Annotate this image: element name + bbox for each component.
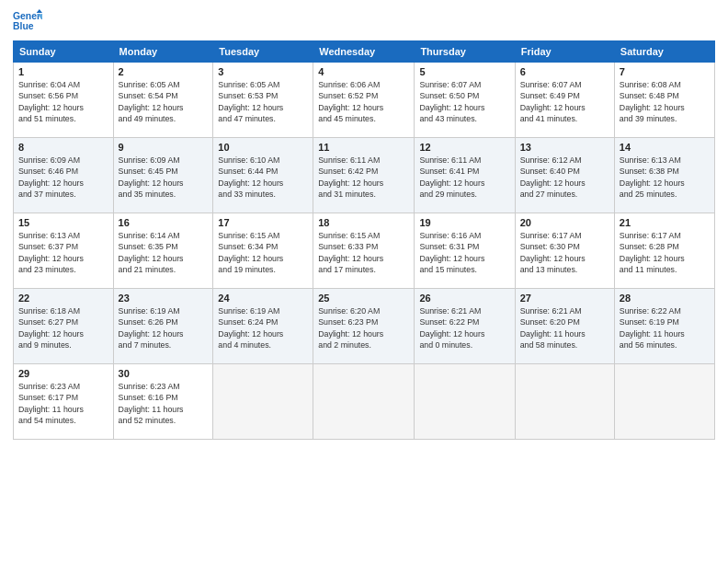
calendar-table: SundayMondayTuesdayWednesdayThursdayFrid… (13, 40, 715, 440)
day-number: 20 (520, 217, 609, 228)
day-number: 22 (18, 293, 108, 304)
day-number: 11 (318, 142, 409, 153)
day-info: Sunrise: 6:17 AMSunset: 6:30 PMDaylight:… (520, 230, 609, 275)
day-info: Sunrise: 6:15 AMSunset: 6:34 PMDaylight:… (218, 230, 308, 275)
day-number: 15 (18, 217, 108, 228)
week-row-1: 1Sunrise: 6:04 AMSunset: 6:56 PMDaylight… (14, 63, 715, 138)
day-cell: 27Sunrise: 6:21 AMSunset: 6:20 PMDayligh… (515, 289, 614, 364)
day-info: Sunrise: 6:23 AMSunset: 6:16 PMDaylight:… (119, 381, 209, 426)
day-info: Sunrise: 6:19 AMSunset: 6:26 PMDaylight:… (119, 305, 209, 350)
svg-text:Blue: Blue (13, 21, 34, 31)
day-cell: 13Sunrise: 6:12 AMSunset: 6:40 PMDayligh… (515, 138, 614, 213)
day-cell: 19Sunrise: 6:16 AMSunset: 6:31 PMDayligh… (415, 213, 515, 289)
day-info: Sunrise: 6:20 AMSunset: 6:23 PMDaylight:… (318, 305, 409, 350)
day-info: Sunrise: 6:19 AMSunset: 6:24 PMDaylight:… (218, 305, 308, 350)
day-number: 14 (620, 142, 710, 153)
week-row-2: 8Sunrise: 6:09 AMSunset: 6:46 PMDaylight… (14, 138, 715, 213)
day-number: 5 (419, 66, 509, 77)
day-cell: 1Sunrise: 6:04 AMSunset: 6:56 PMDaylight… (14, 63, 114, 138)
day-number: 21 (620, 217, 710, 228)
day-info: Sunrise: 6:21 AMSunset: 6:20 PMDaylight:… (520, 305, 609, 350)
day-cell (515, 364, 614, 440)
header-day-monday: Monday (113, 41, 213, 63)
header-day-sunday: Sunday (14, 41, 114, 63)
header-day-wednesday: Wednesday (313, 41, 415, 63)
day-info: Sunrise: 6:09 AMSunset: 6:46 PMDaylight:… (18, 155, 108, 200)
day-cell: 2Sunrise: 6:05 AMSunset: 6:54 PMDaylight… (113, 63, 213, 138)
day-cell: 10Sunrise: 6:10 AMSunset: 6:44 PMDayligh… (213, 138, 313, 213)
calendar-header: SundayMondayTuesdayWednesdayThursdayFrid… (14, 41, 715, 63)
day-info: Sunrise: 6:15 AMSunset: 6:33 PMDaylight:… (318, 230, 409, 275)
day-cell: 25Sunrise: 6:20 AMSunset: 6:23 PMDayligh… (313, 289, 415, 364)
day-info: Sunrise: 6:21 AMSunset: 6:22 PMDaylight:… (419, 305, 509, 350)
day-cell: 21Sunrise: 6:17 AMSunset: 6:28 PMDayligh… (614, 213, 714, 289)
day-info: Sunrise: 6:10 AMSunset: 6:44 PMDaylight:… (218, 155, 308, 200)
day-info: Sunrise: 6:11 AMSunset: 6:42 PMDaylight:… (318, 155, 409, 200)
day-cell: 30Sunrise: 6:23 AMSunset: 6:16 PMDayligh… (113, 364, 213, 440)
day-info: Sunrise: 6:04 AMSunset: 6:56 PMDaylight:… (18, 79, 108, 124)
day-number: 7 (620, 66, 710, 77)
day-info: Sunrise: 6:22 AMSunset: 6:19 PMDaylight:… (620, 305, 710, 350)
day-number: 27 (520, 293, 609, 304)
day-info: Sunrise: 6:14 AMSunset: 6:35 PMDaylight:… (119, 230, 209, 275)
calendar-body: 1Sunrise: 6:04 AMSunset: 6:56 PMDaylight… (14, 63, 715, 440)
day-number: 12 (419, 142, 509, 153)
day-cell: 4Sunrise: 6:06 AMSunset: 6:52 PMDaylight… (313, 63, 415, 138)
day-info: Sunrise: 6:08 AMSunset: 6:48 PMDaylight:… (620, 79, 710, 124)
day-info: Sunrise: 6:16 AMSunset: 6:31 PMDaylight:… (419, 230, 509, 275)
day-cell: 28Sunrise: 6:22 AMSunset: 6:19 PMDayligh… (614, 289, 714, 364)
week-row-4: 22Sunrise: 6:18 AMSunset: 6:27 PMDayligh… (14, 289, 715, 364)
day-info: Sunrise: 6:05 AMSunset: 6:54 PMDaylight:… (119, 79, 209, 124)
logo: General Blue (13, 9, 45, 35)
day-cell (313, 364, 415, 440)
day-number: 9 (119, 142, 209, 153)
day-number: 28 (620, 293, 710, 304)
day-info: Sunrise: 6:13 AMSunset: 6:37 PMDaylight:… (18, 230, 108, 275)
day-cell (213, 364, 313, 440)
week-row-5: 29Sunrise: 6:23 AMSunset: 6:17 PMDayligh… (14, 364, 715, 440)
day-number: 1 (18, 66, 108, 77)
day-cell: 23Sunrise: 6:19 AMSunset: 6:26 PMDayligh… (113, 289, 213, 364)
day-info: Sunrise: 6:18 AMSunset: 6:27 PMDaylight:… (18, 305, 108, 350)
header-day-tuesday: Tuesday (213, 41, 313, 63)
day-number: 17 (218, 217, 308, 228)
day-number: 6 (520, 66, 609, 77)
day-cell: 11Sunrise: 6:11 AMSunset: 6:42 PMDayligh… (313, 138, 415, 213)
day-cell: 29Sunrise: 6:23 AMSunset: 6:17 PMDayligh… (14, 364, 114, 440)
day-info: Sunrise: 6:06 AMSunset: 6:52 PMDaylight:… (318, 79, 409, 124)
day-number: 25 (318, 293, 409, 304)
header-day-saturday: Saturday (614, 41, 714, 63)
day-cell: 3Sunrise: 6:05 AMSunset: 6:53 PMDaylight… (213, 63, 313, 138)
day-cell (415, 364, 515, 440)
day-info: Sunrise: 6:05 AMSunset: 6:53 PMDaylight:… (218, 79, 308, 124)
day-cell: 22Sunrise: 6:18 AMSunset: 6:27 PMDayligh… (14, 289, 114, 364)
header-row: SundayMondayTuesdayWednesdayThursdayFrid… (14, 41, 715, 63)
day-number: 30 (119, 368, 209, 379)
day-cell: 26Sunrise: 6:21 AMSunset: 6:22 PMDayligh… (415, 289, 515, 364)
day-number: 8 (18, 142, 108, 153)
day-number: 24 (218, 293, 308, 304)
logo-icon: General Blue (13, 9, 42, 35)
day-info: Sunrise: 6:07 AMSunset: 6:50 PMDaylight:… (419, 79, 509, 124)
day-cell: 24Sunrise: 6:19 AMSunset: 6:24 PMDayligh… (213, 289, 313, 364)
day-info: Sunrise: 6:23 AMSunset: 6:17 PMDaylight:… (18, 381, 108, 426)
day-cell: 17Sunrise: 6:15 AMSunset: 6:34 PMDayligh… (213, 213, 313, 289)
day-cell: 5Sunrise: 6:07 AMSunset: 6:50 PMDaylight… (415, 63, 515, 138)
day-number: 26 (419, 293, 509, 304)
day-cell: 14Sunrise: 6:13 AMSunset: 6:38 PMDayligh… (614, 138, 714, 213)
day-info: Sunrise: 6:11 AMSunset: 6:41 PMDaylight:… (419, 155, 509, 200)
day-info: Sunrise: 6:07 AMSunset: 6:49 PMDaylight:… (520, 79, 609, 124)
day-number: 23 (119, 293, 209, 304)
calendar-container: General Blue SundayMondayTuesdayWednesda… (0, 0, 728, 563)
day-cell: 6Sunrise: 6:07 AMSunset: 6:49 PMDaylight… (515, 63, 614, 138)
day-info: Sunrise: 6:17 AMSunset: 6:28 PMDaylight:… (620, 230, 710, 275)
day-number: 3 (218, 66, 308, 77)
header: General Blue (13, 9, 715, 35)
day-cell: 18Sunrise: 6:15 AMSunset: 6:33 PMDayligh… (313, 213, 415, 289)
day-cell: 15Sunrise: 6:13 AMSunset: 6:37 PMDayligh… (14, 213, 114, 289)
week-row-3: 15Sunrise: 6:13 AMSunset: 6:37 PMDayligh… (14, 213, 715, 289)
header-day-friday: Friday (515, 41, 614, 63)
day-number: 18 (318, 217, 409, 228)
day-info: Sunrise: 6:13 AMSunset: 6:38 PMDaylight:… (620, 155, 710, 200)
day-number: 13 (520, 142, 609, 153)
